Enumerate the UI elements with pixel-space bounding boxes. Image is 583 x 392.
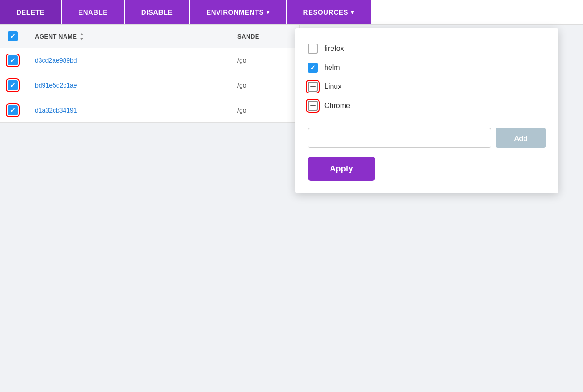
check-icon: ✓ — [10, 107, 15, 114]
environments-button[interactable]: ENVIRONMENTS ▾ — [190, 0, 287, 24]
chevron-down-icon: ▾ — [351, 9, 354, 15]
helm-label: helm — [324, 64, 340, 72]
sandbox-header-label: SANDE — [237, 33, 259, 40]
chevron-down-icon: ▾ — [267, 9, 270, 15]
table-row: ✓ bd91e5d2c1ae /go — [0, 73, 299, 98]
sort-icon[interactable]: ▲ ▼ — [79, 32, 84, 41]
firefox-label: firefox — [324, 44, 344, 53]
linux-checkbox[interactable] — [308, 82, 318, 92]
indeterminate-icon — [310, 86, 316, 87]
header-sandbox: SANDE — [237, 33, 292, 40]
table-header-row: ✓ AGENT NAME ▲ ▼ SANDE — [0, 25, 299, 48]
add-button[interactable]: Add — [496, 128, 546, 148]
linux-label: Linux — [324, 83, 341, 91]
row-checkbox-3[interactable]: ✓ — [8, 105, 18, 115]
firefox-checkbox[interactable] — [308, 44, 318, 54]
sandbox-value-2: /go — [237, 82, 292, 89]
row-checkbox-cell-1: ✓ — [8, 55, 35, 65]
select-all-checkbox[interactable]: ✓ — [8, 31, 18, 41]
check-icon: ✓ — [10, 33, 16, 40]
environments-label: ENVIRONMENTS — [206, 8, 264, 16]
list-item: ✓ helm — [308, 58, 546, 77]
chrome-label: Chrome — [324, 102, 350, 110]
agents-table: ✓ AGENT NAME ▲ ▼ SANDE ✓ d3cd2ae989bd — [0, 24, 300, 123]
check-icon: ✓ — [10, 57, 15, 64]
resources-label: RESOURCES — [303, 8, 349, 16]
row-checkbox-2[interactable]: ✓ — [8, 80, 18, 90]
list-item: Linux — [308, 77, 546, 96]
table-row: ✓ d3cd2ae989bd /go — [0, 48, 299, 73]
toolbar: DELETE ENABLE DISABLE ENVIRONMENTS ▾ RES… — [0, 0, 583, 24]
header-checkbox-cell: ✓ — [8, 31, 35, 41]
check-icon: ✓ — [10, 82, 15, 89]
delete-button[interactable]: DELETE — [0, 0, 62, 24]
sandbox-value-3: /go — [237, 107, 292, 114]
add-resource-row: Add — [308, 128, 546, 148]
agent-name-link-1[interactable]: d3cd2ae989bd — [35, 57, 237, 64]
resources-button[interactable]: RESOURCES ▾ — [287, 0, 371, 24]
environments-dropdown-panel: firefox ✓ helm Linux Chrome Add Apply — [295, 28, 558, 193]
enable-button[interactable]: ENABLE — [62, 0, 125, 24]
apply-button[interactable]: Apply — [308, 157, 375, 181]
chrome-checkbox[interactable] — [308, 101, 318, 111]
add-resource-input[interactable] — [308, 128, 491, 148]
header-agent-name: AGENT NAME ▲ ▼ — [35, 32, 237, 41]
row-checkbox-cell-2: ✓ — [8, 80, 35, 90]
agent-name-header-label: AGENT NAME — [35, 33, 77, 40]
agent-name-link-2[interactable]: bd91e5d2c1ae — [35, 82, 237, 89]
indeterminate-icon — [310, 105, 316, 106]
list-item: Chrome — [308, 96, 546, 115]
row-checkbox-cell-3: ✓ — [8, 105, 35, 115]
agent-name-link-3[interactable]: d1a32cb34191 — [35, 107, 237, 114]
agents-table-area: ✓ AGENT NAME ▲ ▼ SANDE ✓ d3cd2ae989bd — [0, 24, 300, 123]
list-item: firefox — [308, 39, 546, 58]
check-icon: ✓ — [310, 64, 316, 71]
helm-checkbox[interactable]: ✓ — [308, 63, 318, 73]
row-checkbox-1[interactable]: ✓ — [8, 55, 18, 65]
table-row: ✓ d1a32cb34191 /go — [0, 98, 299, 122]
disable-button[interactable]: DISABLE — [125, 0, 190, 24]
sandbox-value-1: /go — [237, 57, 292, 64]
